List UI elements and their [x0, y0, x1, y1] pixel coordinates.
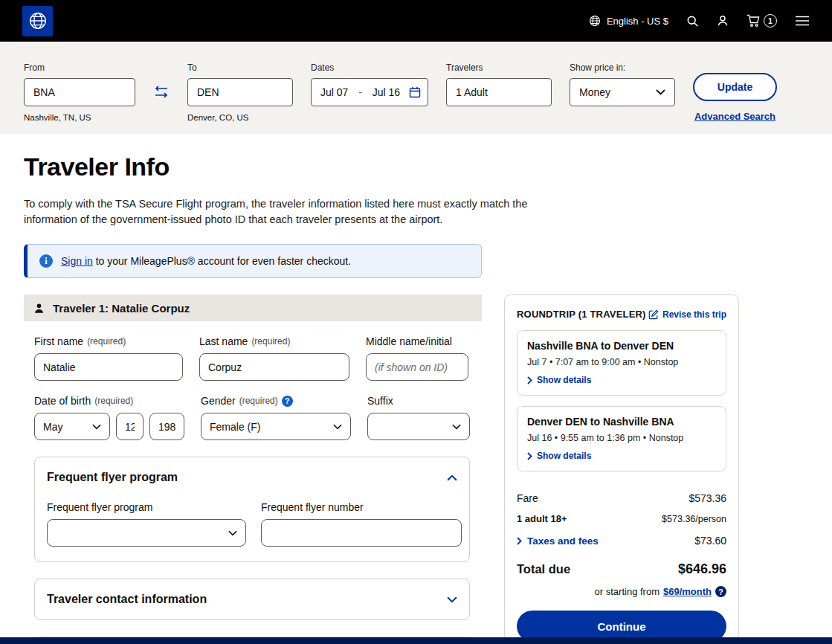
swap-airports-icon[interactable] — [153, 85, 170, 99]
gender-label: Gender(required) — [201, 395, 351, 407]
suffix-select[interactable] — [367, 413, 470, 440]
top-nav: English - US $ 1 — [0, 0, 832, 42]
top-nav-actions: English - US $ 1 — [589, 14, 810, 28]
traveler-title: Traveler 1: Natalie Corpuz — [53, 302, 190, 315]
footer — [0, 637, 832, 644]
fare-value: $573.36 — [689, 492, 726, 504]
middle-name-label: Middle name/initial — [366, 335, 468, 347]
show-details-link[interactable]: Show details — [527, 451, 716, 461]
financing-prefix: or starting from — [595, 586, 660, 597]
dob-month-select[interactable]: May — [34, 413, 110, 440]
taxes-fees-link[interactable]: Taxes and fees — [517, 535, 599, 547]
dob-label: Date of birth(required) — [34, 395, 184, 407]
travelers-field: Travelers 1 Adult — [446, 62, 552, 106]
last-name-label: Last name(required) — [199, 335, 349, 347]
chevron-up-icon — [447, 474, 457, 481]
segment-details: Jul 7 • 7:07 am to 9:00 am • Nonstop — [527, 357, 716, 367]
chevron-down-icon — [92, 424, 101, 430]
traveler-form: Traveler 1: Natalie Corpuz First name(re… — [24, 294, 482, 644]
from-input[interactable]: BNA — [24, 78, 135, 106]
update-button[interactable]: Update — [693, 73, 777, 101]
passenger-label: 1 adult 18+ — [517, 513, 567, 524]
first-name-input[interactable] — [34, 353, 183, 381]
from-city: Nashville, TN, US — [24, 113, 135, 122]
to-input[interactable]: DEN — [187, 78, 293, 106]
segment-route: Nashville BNA to Denver DEN — [527, 340, 716, 352]
trip-summary-card: ROUNDTRIP (1 TRAVELER) Revise this trip … — [504, 294, 739, 644]
date-end: Jul 16 — [373, 86, 400, 98]
price-in-field: Show price in: Money — [570, 62, 675, 106]
contact-info-section: Traveler contact information — [34, 579, 470, 620]
cart-button[interactable]: 1 — [746, 14, 777, 28]
date-separator: - — [358, 86, 362, 98]
total-due-label: Total due — [517, 562, 570, 576]
page-title: Traveler Info — [24, 152, 808, 181]
from-label: From — [24, 62, 135, 73]
menu-icon[interactable] — [795, 15, 810, 27]
ffp-program-label: Frequent flyer program — [47, 501, 246, 513]
account-icon[interactable] — [717, 15, 729, 27]
passenger-fare-row: 1 adult 18+ $573.36/person — [517, 513, 726, 524]
date-start: Jul 07 — [320, 86, 348, 98]
signin-link[interactable]: Sign in — [61, 255, 93, 267]
financing-row: or starting from $69/month — [517, 586, 726, 597]
traveler-header: Traveler 1: Natalie Corpuz — [24, 294, 482, 321]
flight-segment-outbound: Nashville BNA to Denver DEN Jul 7 • 7:07… — [517, 330, 726, 396]
price-in-label: Show price in: — [570, 62, 675, 73]
show-details-link[interactable]: Show details — [527, 375, 716, 385]
chevron-down-icon — [333, 424, 342, 430]
chevron-right-icon — [527, 452, 532, 460]
tsa-note: To comply with the TSA Secure Flight pro… — [24, 196, 558, 228]
united-logo[interactable] — [22, 6, 53, 36]
traveler-info-page: { "colors": { "brand_blue": "#0033a0", "… — [0, 0, 832, 644]
frequent-flyer-section: Frequent flyer program Frequent flyer pr… — [34, 457, 470, 562]
travelers-label: Travelers — [446, 62, 552, 73]
price-in-select[interactable]: Money — [570, 78, 675, 106]
financing-link[interactable]: $69/month — [663, 586, 712, 597]
financing-help-icon[interactable] — [715, 586, 726, 597]
dates-label: Dates — [311, 62, 428, 73]
dob-group: May — [34, 413, 184, 440]
middle-name-input[interactable] — [366, 353, 468, 381]
revise-trip-link[interactable]: Revise this trip — [648, 309, 726, 320]
cart-icon — [746, 14, 761, 28]
from-field: From BNA Nashville, TN, US — [24, 62, 135, 122]
total-due-row: Total due $646.96 — [517, 561, 726, 577]
contact-info-header[interactable]: Traveler contact information — [47, 579, 457, 619]
frequent-flyer-header[interactable]: Frequent flyer program — [47, 457, 457, 498]
chevron-right-icon — [527, 376, 532, 384]
ffp-number-label: Frequent flyer number — [261, 501, 462, 513]
chevron-down-icon — [452, 424, 461, 430]
taxes-value: $73.60 — [694, 535, 726, 547]
chevron-down-icon — [656, 89, 665, 95]
search-icon[interactable] — [686, 15, 699, 28]
segment-details: Jul 16 • 9:55 am to 1:36 pm • Nonstop — [527, 433, 716, 443]
edit-icon — [648, 309, 659, 320]
chevron-down-icon — [447, 596, 457, 603]
dob-day-input[interactable] — [116, 413, 143, 440]
gender-help-icon[interactable] — [282, 396, 293, 407]
to-field: To DEN Denver, CO, US — [187, 62, 293, 122]
travelers-input[interactable]: 1 Adult — [446, 78, 552, 106]
to-city: Denver, CO, US — [187, 113, 293, 122]
dob-year-input[interactable] — [149, 413, 184, 440]
suffix-label: Suffix — [367, 395, 470, 407]
signin-banner-text: Sign in to your MileagePlus® account for… — [61, 255, 351, 267]
ffp-program-select[interactable] — [47, 519, 246, 547]
globe-icon — [589, 15, 601, 27]
chevron-right-icon — [517, 537, 522, 545]
chevron-down-icon — [228, 530, 237, 536]
language-label: English - US $ — [607, 16, 668, 27]
passenger-value: $573.36/person — [662, 514, 726, 524]
to-label: To — [187, 62, 293, 73]
info-icon — [39, 254, 53, 268]
fare-row: Fare $573.36 — [517, 492, 726, 504]
total-due-value: $646.96 — [678, 561, 726, 577]
last-name-input[interactable] — [199, 353, 349, 381]
dates-input[interactable]: Jul 07 - Jul 16 — [311, 78, 428, 106]
advanced-search-link[interactable]: Advanced Search — [694, 111, 775, 122]
trip-summary-title: ROUNDTRIP (1 TRAVELER) — [517, 309, 646, 320]
ffp-number-input[interactable] — [261, 519, 462, 547]
language-currency-selector[interactable]: English - US $ — [589, 15, 668, 27]
gender-select[interactable]: Female (F) — [201, 413, 351, 440]
